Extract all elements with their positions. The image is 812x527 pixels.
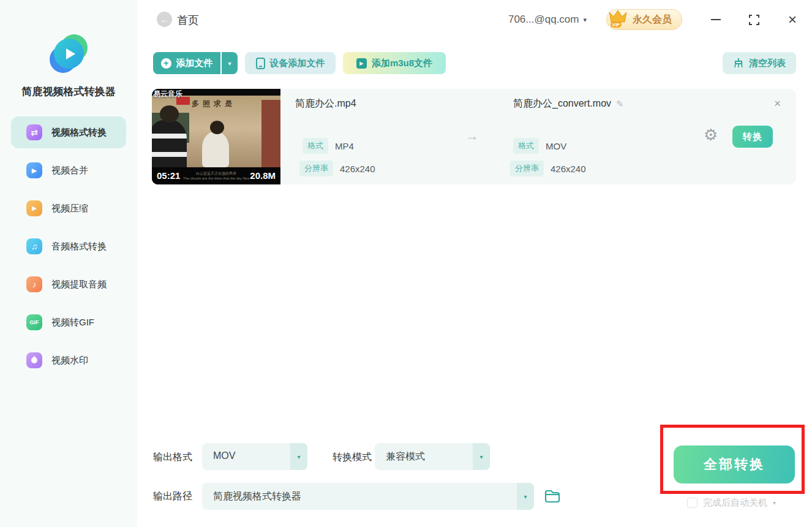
video-compress-icon: ▶ <box>26 200 42 216</box>
sidebar-item-label: 视频合并 <box>51 165 88 176</box>
sidebar-item-video-watermark[interactable]: 视频水印 <box>11 344 126 376</box>
file-row: 多照求是 易云音乐 05:21 白云是蓝天正在放的风筝 The clouds a… <box>152 89 796 184</box>
add-m3u8-button[interactable]: ▶ 添加m3u8文件 <box>343 52 446 74</box>
open-folder-button[interactable] <box>544 488 561 505</box>
source-resolution-value: 426x240 <box>340 164 375 174</box>
video-filesize: 20.8M <box>250 170 276 181</box>
clear-list-button[interactable]: 清空列表 <box>723 52 796 74</box>
caret-down-icon: ▾ <box>517 483 534 510</box>
sidebar-item-label: 视频提取音频 <box>51 279 107 290</box>
sidebar-item-label: 视频格式转换 <box>51 127 107 138</box>
convert-all-button[interactable]: 全部转换 <box>674 445 795 483</box>
caret-down-icon: ▾ <box>290 443 307 470</box>
sidebar-item-video-compress[interactable]: ▶ 视频压缩 <box>11 192 126 224</box>
source-resolution-row: 分辨率 426x240 <box>299 161 375 176</box>
watermark-icon <box>26 352 42 368</box>
target-resolution-value: 426x240 <box>551 164 586 174</box>
convert-mode-value: 兼容模式 <box>386 450 425 463</box>
sidebar-item-label: 音频格式转换 <box>51 241 107 252</box>
svg-text:VIP: VIP <box>612 22 621 28</box>
sidebar-menu: ⇄ 视频格式转换 ▶ 视频合并 ▶ 视频压缩 ♫ 音频格式转换 ♪ 视频提取音频… <box>0 116 137 382</box>
sidebar-item-video-convert[interactable]: ⇄ 视频格式转换 <box>11 116 126 148</box>
source-filename: 简鹿办公.mp4 <box>295 97 356 110</box>
add-file-label: 添加文件 <box>176 58 213 69</box>
item-settings-gear-icon[interactable]: ⚙ <box>704 127 718 143</box>
app-logo-play-icon <box>49 34 88 74</box>
caret-down-icon: ▾ <box>473 443 490 470</box>
gif-icon: GIF <box>26 314 42 330</box>
auto-shutdown-caret-icon[interactable]: ▾ <box>773 499 776 506</box>
vip-badge[interactable]: VIP 永久会员 <box>606 9 682 30</box>
remove-item-icon[interactable]: × <box>774 97 781 110</box>
output-format-value: MOV <box>213 450 235 461</box>
source-format-value: MP4 <box>335 141 354 151</box>
app-title: 简鹿视频格式转换器 <box>0 85 137 99</box>
auto-shutdown-row: 完成后自动关机 ▾ <box>687 497 776 509</box>
audio-extract-icon: ♪ <box>26 276 42 292</box>
convert-mode-label: 转换模式 <box>333 451 372 464</box>
sidebar-item-audio-extract[interactable]: ♪ 视频提取音频 <box>11 268 126 300</box>
sidebar-item-label: 视频水印 <box>51 355 88 366</box>
titlebar-right: 706...@qq.com ▾ VIP 永久会员 × <box>508 7 800 32</box>
thumbnail-banner-text: 多照求是 <box>192 99 236 109</box>
maximize-button[interactable] <box>747 13 761 26</box>
thumbnail-watermark: 易云音乐 <box>153 89 182 99</box>
add-m3u8-label: 添加m3u8文件 <box>372 58 432 69</box>
target-filename-row: 简鹿办公_convert.mov ✎ <box>513 97 624 110</box>
target-format-value: MOV <box>546 141 566 151</box>
crown-icon: VIP <box>604 5 631 32</box>
thumbnail-image: 多照求是 <box>152 96 280 167</box>
folder-icon <box>544 488 561 505</box>
sidebar-item-video-merge[interactable]: ▶ 视频合并 <box>11 154 126 186</box>
device-add-label: 设备添加文件 <box>270 58 325 69</box>
back-button[interactable]: ← <box>157 12 172 27</box>
format-badge: 格式 <box>513 138 539 154</box>
sidebar-item-label: 视频压缩 <box>51 203 88 214</box>
thumbnail-info-bar: 05:21 白云是蓝天正在放的风筝 The clouds are the kit… <box>152 167 280 184</box>
account-caret-icon[interactable]: ▾ <box>583 16 587 24</box>
plus-icon: + <box>161 58 171 69</box>
m3u8-video-icon: ▶ <box>356 58 367 69</box>
rename-pencil-icon[interactable]: ✎ <box>616 99 624 110</box>
resolution-badge: 分辨率 <box>299 161 333 176</box>
caret-down-icon: ▾ <box>228 60 231 67</box>
target-resolution-row: 分辨率 426x240 <box>510 161 586 176</box>
video-thumbnail[interactable]: 多照求是 易云音乐 05:21 白云是蓝天正在放的风筝 The clouds a… <box>152 89 280 184</box>
target-format-row: 格式 MOV <box>513 138 566 154</box>
output-path-label: 输出路径 <box>153 490 192 503</box>
vip-label: 永久会员 <box>633 13 672 26</box>
sidebar-item-label: 视频转GIF <box>51 317 94 328</box>
auto-shutdown-checkbox[interactable] <box>687 498 697 508</box>
audio-convert-icon: ♫ <box>26 238 42 254</box>
source-format-row: 格式 MP4 <box>303 138 354 154</box>
convert-item-button[interactable]: 转换 <box>732 126 773 148</box>
sidebar-item-audio-convert[interactable]: ♫ 音频格式转换 <box>11 230 126 262</box>
back-arrow-icon: ← <box>160 14 169 25</box>
add-file-button[interactable]: + 添加文件 <box>153 52 220 74</box>
phone-icon <box>256 58 265 69</box>
video-convert-icon: ⇄ <box>26 124 42 140</box>
minimize-icon <box>711 19 721 20</box>
target-filename: 简鹿办公_convert.mov <box>513 97 611 110</box>
video-merge-icon: ▶ <box>26 162 42 178</box>
broom-icon <box>733 58 744 69</box>
output-path-select[interactable]: 简鹿视频格式转换器 ▾ <box>202 483 534 510</box>
minimize-button[interactable] <box>709 13 723 26</box>
sidebar-item-video-to-gif[interactable]: GIF 视频转GIF <box>11 306 126 338</box>
sidebar: 简鹿视频格式转换器 ⇄ 视频格式转换 ▶ 视频合并 ▶ 视频压缩 ♫ 音频格式转… <box>0 0 137 527</box>
convert-mode-select[interactable]: 兼容模式 ▾ <box>375 443 490 470</box>
account-email[interactable]: 706...@qq.com <box>508 13 579 26</box>
clear-list-label: 清空列表 <box>749 58 786 69</box>
auto-shutdown-label: 完成后自动关机 <box>703 497 767 509</box>
output-format-select[interactable]: MOV ▾ <box>202 443 307 470</box>
maximize-icon <box>749 15 759 25</box>
output-path-value: 简鹿视频格式转换器 <box>213 490 301 503</box>
add-file-dropdown-button[interactable]: ▾ <box>222 52 238 74</box>
resolution-badge: 分辨率 <box>510 161 544 176</box>
output-format-label: 输出格式 <box>153 451 192 464</box>
arrow-right-icon: → <box>465 128 479 144</box>
format-badge: 格式 <box>303 138 328 154</box>
device-add-file-button[interactable]: 设备添加文件 <box>245 52 336 74</box>
page-title: 首页 <box>177 13 199 28</box>
close-button[interactable]: × <box>785 12 800 27</box>
